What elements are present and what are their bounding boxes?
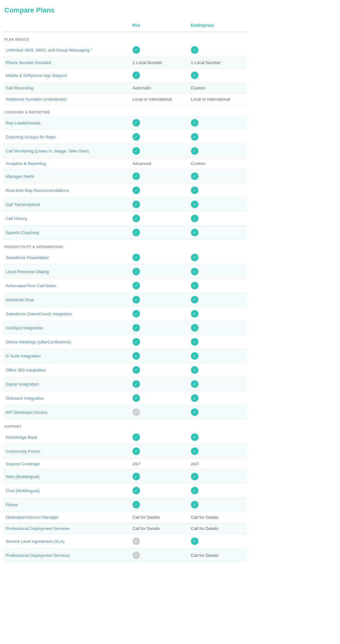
pro-value: ✓ <box>130 144 188 158</box>
enterprise-value: ✓ <box>188 405 247 419</box>
table-row: G Suite Integration ✓ ✓ <box>3 349 247 363</box>
check-icon: ✓ <box>191 172 198 180</box>
table-row: Community Forum ✓ ✓ <box>3 444 247 458</box>
col-header-enterprise: Enterprise <box>188 19 247 32</box>
enterprise-value: ✓ <box>188 430 247 444</box>
table-row: Professional Deployment Services Call fo… <box>3 523 247 534</box>
feature-name: Voicemail Drop <box>3 293 130 307</box>
feature-name: Dedicated Account Manager <box>3 512 130 523</box>
check-icon: ✓ <box>132 487 140 494</box>
enterprise-value: Call for Details <box>188 523 247 534</box>
pro-value: ✓ <box>130 130 188 144</box>
feature-name: Salesforce Powerdialer <box>3 251 130 265</box>
enterprise-value: ✓ <box>188 470 247 484</box>
feature-name: Online Meetings (UberConference) <box>3 335 130 349</box>
feature-name: Web (Multilingual) <box>3 470 130 484</box>
enterprise-value: Call for Details <box>188 548 247 562</box>
feature-name: Analytics & Reporting <box>3 158 130 169</box>
check-icon: ✓ <box>191 296 198 303</box>
text-value: Call for Details <box>132 526 160 531</box>
check-icon: ✓ <box>132 119 140 127</box>
check-icon: ✓ <box>191 447 198 455</box>
check-icon: ✓ <box>191 380 198 388</box>
check-icon: ✓ <box>132 338 140 346</box>
enterprise-value: ✓ <box>188 363 247 377</box>
feature-name: Chat (Multilingual) <box>3 484 130 498</box>
check-icon: ✓ <box>132 147 140 155</box>
check-icon: ✓ <box>191 352 198 360</box>
pro-value: ✓ <box>130 405 188 419</box>
text-value: Local or International <box>132 97 172 102</box>
check-disabled-icon: ✓ <box>132 552 140 559</box>
check-icon: ✓ <box>191 394 198 402</box>
feature-name: Manager Alerts <box>3 169 130 183</box>
table-row: Analytics & Reporting Advanced Custom <box>3 158 247 169</box>
check-icon: ✓ <box>191 187 198 194</box>
pro-value: Advanced <box>130 158 188 169</box>
enterprise-value: ✓ <box>188 144 247 158</box>
table-row: Manager Alerts ✓ ✓ <box>3 169 247 183</box>
pro-value: ✓ <box>130 226 188 240</box>
section-header-support: SUPPORT <box>3 419 247 431</box>
check-icon: ✓ <box>191 487 198 494</box>
text-value: 1 Local Number <box>132 60 162 65</box>
table-row: Salesforce Powerdialer ✓ ✓ <box>3 251 247 265</box>
table-row: Outreach Integration ✓ ✓ <box>3 391 247 405</box>
enterprise-value: ✓ <box>188 498 247 512</box>
table-row: Chat (Multilingual) ✓ ✓ <box>3 484 247 498</box>
check-icon: ✓ <box>132 433 140 441</box>
pro-value: ✓ <box>130 444 188 458</box>
check-icon: ✓ <box>132 501 140 508</box>
check-icon: ✓ <box>132 201 140 208</box>
pro-value: ✓ <box>130 484 188 498</box>
enterprise-value: ✓ <box>188 197 247 212</box>
check-icon: ✓ <box>132 447 140 455</box>
enterprise-value: 24/7 <box>188 458 247 470</box>
pro-value: ✓ <box>130 279 188 293</box>
feature-name: Call Transcriptions <box>3 197 130 212</box>
check-icon: ✓ <box>191 338 198 346</box>
check-icon: ✓ <box>191 72 198 79</box>
enterprise-value: ✓ <box>188 116 247 130</box>
table-row: Knowledge Base ✓ ✓ <box>3 430 247 444</box>
table-row: Online Meetings (UberConference) ✓ ✓ <box>3 335 247 349</box>
pro-value: 24/7 <box>130 458 188 470</box>
feature-name: Additional Numbers (Individuals) <box>3 94 130 105</box>
pro-value: ✓ <box>130 391 188 405</box>
feature-name: Salesforce (SalesCloud) Integration <box>3 307 130 321</box>
table-row: Service Level Agreement (SLA) ✓ ✓ <box>3 534 247 548</box>
table-row: Office 365 Integration ✓ ✓ <box>3 363 247 377</box>
table-row: Coaching Groups for Reps ✓ ✓ <box>3 130 247 144</box>
feature-name: Knowledge Base <box>3 430 130 444</box>
feature-name: Phone <box>3 498 130 512</box>
check-icon: ✓ <box>132 46 140 54</box>
feature-name: Real-time Rep Recommendations <box>3 183 130 197</box>
table-row: Automated Post Call Notes ✓ ✓ <box>3 279 247 293</box>
check-icon: ✓ <box>191 147 198 155</box>
check-icon: ✓ <box>132 473 140 480</box>
table-row: Web (Multilingual) ✓ ✓ <box>3 470 247 484</box>
pro-value: ✓ <box>130 197 188 212</box>
check-icon: ✓ <box>191 537 198 545</box>
table-row: Voicemail Drop ✓ ✓ <box>3 293 247 307</box>
check-icon: ✓ <box>191 310 198 317</box>
pro-value: ✓ <box>130 251 188 265</box>
check-icon: ✓ <box>191 133 198 141</box>
enterprise-value: ✓ <box>188 444 247 458</box>
table-row: API Developer Access ✓ ✓ <box>3 405 247 419</box>
pro-value: 1 Local Number <box>130 57 188 68</box>
text-value: Custom <box>191 86 206 90</box>
feature-name: Phone Number Included <box>3 57 130 68</box>
text-value: Automatic <box>132 86 151 90</box>
feature-name: Unlimited SMS, MMS, and Group Messaging … <box>3 43 130 57</box>
check-icon: ✓ <box>132 268 140 275</box>
enterprise-value: ✓ <box>188 534 247 548</box>
check-icon: ✓ <box>191 473 198 480</box>
enterprise-value: Custom <box>188 158 247 169</box>
check-disabled-icon: ✓ <box>132 537 140 545</box>
pro-value: ✓ <box>130 212 188 226</box>
check-icon: ✓ <box>132 133 140 141</box>
feature-name: Automated Post Call Notes <box>3 279 130 293</box>
check-icon: ✓ <box>191 215 198 222</box>
check-icon: ✓ <box>191 268 198 275</box>
